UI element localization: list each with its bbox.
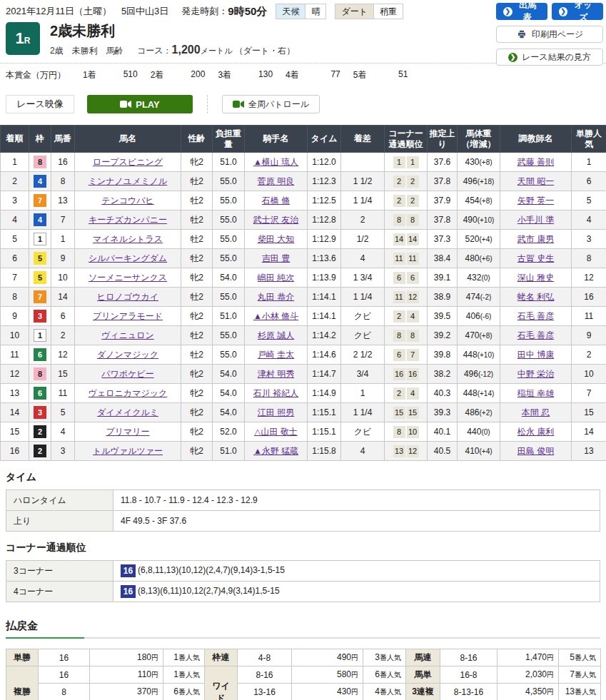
finish-time: 1:13.9 — [308, 268, 341, 288]
trainer-link[interactable]: 矢野 英一 — [517, 196, 554, 206]
trainer-link[interactable]: 深山 雅史 — [517, 273, 554, 283]
sex-age: 牡2 — [181, 230, 213, 249]
col-trainer: 調教師名 — [500, 126, 572, 153]
sex-age: 牝2 — [181, 307, 213, 326]
finish-position: 6 — [1, 249, 29, 268]
col-margin: 着差 — [341, 126, 385, 153]
horse-weight: 448 — [463, 350, 478, 360]
horse-link[interactable]: プリンアラモード — [93, 311, 163, 321]
jockey-link[interactable]: ▲小林 脩斗 — [253, 311, 298, 321]
jockey-link[interactable]: 菅原 明良 — [258, 176, 294, 186]
jockey-link[interactable]: 丸田 恭介 — [258, 292, 294, 302]
horse-link[interactable]: テンコウバヒ — [101, 196, 154, 206]
horse-link[interactable]: パワポケビー — [101, 369, 153, 379]
table-row: 上り 4F 49.5 - 3F 37.6 — [6, 511, 600, 532]
jockey-link[interactable]: 戸崎 圭太 — [258, 350, 294, 360]
patrol-label: 全周パトロール — [248, 98, 309, 111]
table-row: 3コーナー 16(6,8,11,13)(10,12)(2,4,7)(9,14)3… — [6, 561, 600, 582]
horse-link[interactable]: ヒロノゴウカイ — [97, 292, 158, 302]
trainer-link[interactable]: 本間 忍 — [522, 407, 550, 417]
odds-button[interactable]: ❯ オッズ — [552, 3, 603, 20]
trainer-link[interactable]: 蛯名 利弘 — [517, 292, 554, 302]
trainer-link[interactable]: 武藤 善則 — [517, 157, 554, 167]
weight-carried: 54.0 — [213, 384, 245, 403]
jockey-link[interactable]: △山田 敬士 — [254, 427, 298, 437]
trainer-link[interactable]: 田中 博康 — [517, 350, 554, 360]
entries-button[interactable]: ❯ 出馬表 — [496, 3, 547, 20]
horse-link[interactable]: ソーメニーサンクス — [89, 273, 167, 283]
combination: 8-13-16 — [440, 684, 498, 700]
corner-order-cell: 810 — [385, 422, 428, 442]
horse-link[interactable]: トルヴァルツァー — [93, 446, 163, 456]
jockey-link[interactable]: ▲永野 猛蔵 — [253, 446, 298, 456]
trainer-link[interactable]: 石毛 善彦 — [517, 311, 554, 321]
jockey-link[interactable]: 津村 明秀 — [258, 369, 294, 379]
frame-cell: 2 — [29, 422, 51, 442]
horse-link[interactable]: シルバーキングダム — [89, 253, 167, 263]
sex-age: 牝2 — [181, 153, 213, 172]
margin: 2 1/2 — [341, 345, 385, 365]
bet-type-bracket: 枠連 — [205, 649, 238, 666]
jockey-link[interactable]: ▲横山 琉人 — [253, 157, 298, 167]
horse-link[interactable]: ダノンマジック — [97, 350, 158, 360]
corner-row-value: 16(8,13)(6,11)10,12(2,7)4,9(3,14)1,5-15 — [113, 582, 600, 602]
horse-name-cell: ヴィニュロン — [75, 326, 181, 345]
payout-popularity: 5番人気 — [559, 649, 601, 666]
jockey-link[interactable]: 武士沢 友治 — [253, 215, 298, 225]
horse-link[interactable]: ヴィニュロン — [101, 330, 154, 340]
time-table: ハロンタイム 11.8 - 10.7 - 11.9 - 12.4 - 12.3 … — [6, 490, 600, 532]
corner-4-pos: 12 — [407, 291, 419, 303]
win-popularity: 4 — [572, 210, 606, 230]
frame-cell: 7 — [29, 191, 51, 210]
finish-time: 1:12.5 — [308, 191, 341, 210]
trainer-link[interactable]: 石毛 善彦 — [517, 330, 554, 340]
horse-link[interactable]: ミンナノユメミノル — [89, 176, 168, 186]
jockey-link[interactable]: 杉原 誠人 — [258, 330, 294, 340]
horse-weight-diff: (-6) — [480, 313, 492, 320]
payout-popularity: 1番人気 — [163, 666, 205, 684]
horse-weight: 490 — [463, 215, 478, 225]
horse-link[interactable]: ロープスピニング — [93, 157, 163, 167]
play-button[interactable]: PLAY — [87, 95, 193, 113]
horse-link[interactable]: マイネルシトラス — [93, 234, 163, 244]
prize-item: 2着 200 — [151, 69, 211, 81]
trainer-link[interactable]: 田島 俊明 — [517, 446, 554, 456]
prize-place: 2着 — [151, 69, 164, 81]
horse-link[interactable]: ダイメイクルミ — [97, 407, 158, 417]
trainer-link[interactable]: 天間 昭一 — [517, 176, 554, 186]
frame-cell: 7 — [29, 288, 51, 307]
trainer-link[interactable]: 中野 栄治 — [517, 369, 554, 379]
corner-order-text: (6,8,11,13)(10,12)(2,4,7)(9,14)3-1,5-15 — [138, 565, 285, 575]
finish-time: 1:15.8 — [308, 442, 341, 461]
finish-position: 2 — [1, 172, 29, 191]
horse-number: 1 — [51, 230, 75, 249]
print-page-button[interactable]: 印刷用ページ — [496, 26, 603, 43]
corner-order-cell: 1111 — [385, 249, 428, 268]
sex-age: 牡2 — [181, 345, 213, 365]
win-popularity: 12 — [572, 268, 606, 288]
trainer-link[interactable]: 稲垣 幸雄 — [517, 388, 554, 398]
jockey-link[interactable]: 嶋田 純次 — [258, 273, 294, 283]
corner-order-cell: 24 — [385, 307, 428, 326]
win-popularity: 3 — [572, 230, 606, 249]
trainer-link[interactable]: 小手川 準 — [517, 215, 554, 225]
jockey-link[interactable]: 石橋 脩 — [262, 196, 290, 206]
results-guide-button[interactable]: ❯ レース結果の見方 — [496, 49, 603, 66]
patrol-video-button[interactable]: 全周パトロール — [222, 95, 320, 113]
horse-link[interactable]: ヴェロニカマジック — [89, 388, 168, 398]
frame-cell: 2 — [29, 442, 51, 461]
jockey-link[interactable]: 石川 裕紀人 — [253, 388, 298, 398]
trainer-cell: 武市 康男 — [500, 230, 572, 249]
jockey-cell: 津村 明秀 — [245, 365, 308, 384]
horse-link[interactable]: キーチズカンパニー — [89, 215, 167, 225]
weight-carried: 54.0 — [213, 365, 245, 384]
jockey-link[interactable]: 吉田 豊 — [262, 253, 290, 263]
jockey-link[interactable]: 江田 照男 — [258, 407, 294, 417]
trainer-link[interactable]: 武市 康男 — [517, 234, 554, 244]
horse-link[interactable]: プリマリー — [106, 427, 149, 437]
trainer-link[interactable]: 古賀 史生 — [517, 253, 554, 263]
corner-4-pos: 11 — [407, 253, 419, 265]
weight-carried: 55.0 — [213, 288, 245, 307]
jockey-link[interactable]: 柴田 大知 — [258, 234, 294, 244]
trainer-link[interactable]: 松永 康利 — [517, 427, 554, 437]
